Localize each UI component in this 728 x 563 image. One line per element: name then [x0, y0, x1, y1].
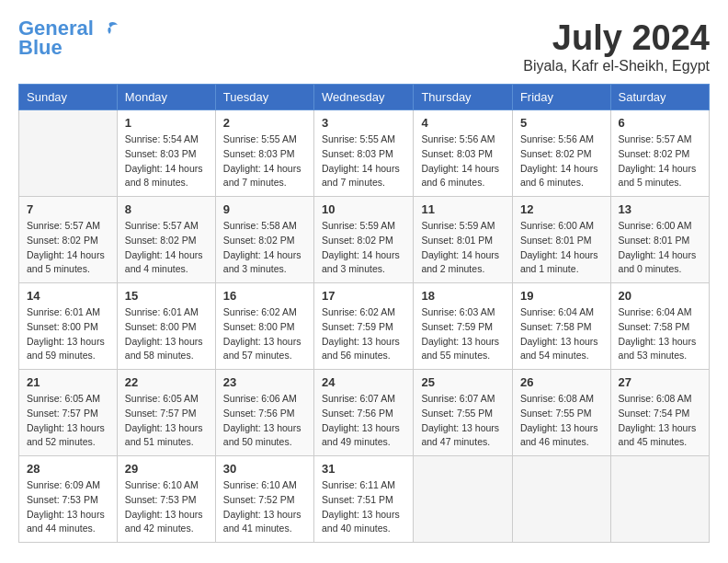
- calendar-cell: 31Sunrise: 6:11 AMSunset: 7:51 PMDayligh…: [314, 456, 414, 543]
- calendar-cell: 26Sunrise: 6:08 AMSunset: 7:55 PMDayligh…: [512, 370, 610, 456]
- logo-bird-icon: [99, 19, 119, 40]
- logo-blue: Blue: [18, 36, 63, 60]
- calendar-cell: [414, 456, 513, 543]
- day-number: 17: [322, 289, 405, 303]
- day-info: Sunrise: 5:54 AMSunset: 8:03 PMDaylight:…: [125, 132, 208, 190]
- day-info: Sunrise: 5:58 AMSunset: 8:02 PMDaylight:…: [223, 219, 306, 277]
- calendar-cell: 23Sunrise: 6:06 AMSunset: 7:56 PMDayligh…: [215, 370, 313, 456]
- day-number: 21: [27, 375, 109, 389]
- day-info: Sunrise: 6:04 AMSunset: 7:58 PMDaylight:…: [619, 305, 701, 363]
- day-info: Sunrise: 6:05 AMSunset: 7:57 PMDaylight:…: [27, 392, 109, 450]
- day-number: 14: [27, 289, 109, 303]
- day-info: Sunrise: 5:55 AMSunset: 8:03 PMDaylight:…: [322, 132, 405, 190]
- calendar-cell: 20Sunrise: 6:04 AMSunset: 7:58 PMDayligh…: [610, 283, 709, 370]
- day-info: Sunrise: 6:05 AMSunset: 7:57 PMDaylight:…: [125, 392, 208, 450]
- day-number: 8: [125, 202, 208, 216]
- calendar-week-row: 28Sunrise: 6:09 AMSunset: 7:53 PMDayligh…: [19, 456, 710, 543]
- day-info: Sunrise: 6:00 AMSunset: 8:01 PMDaylight:…: [619, 219, 701, 277]
- day-info: Sunrise: 5:57 AMSunset: 8:02 PMDaylight:…: [619, 132, 701, 190]
- calendar-cell: 14Sunrise: 6:01 AMSunset: 8:00 PMDayligh…: [19, 283, 118, 370]
- day-number: 22: [125, 375, 208, 389]
- day-info: Sunrise: 6:04 AMSunset: 7:58 PMDaylight:…: [520, 305, 603, 363]
- day-info: Sunrise: 6:09 AMSunset: 7:53 PMDaylight:…: [27, 478, 109, 536]
- day-number: 4: [421, 116, 505, 130]
- weekday-header: Saturday: [610, 85, 709, 110]
- day-number: 30: [223, 462, 306, 476]
- location-subtitle: Biyala, Kafr el-Sheikh, Egypt: [523, 58, 710, 75]
- calendar-cell: [610, 456, 709, 543]
- day-info: Sunrise: 6:08 AMSunset: 7:55 PMDaylight:…: [520, 392, 603, 450]
- day-info: Sunrise: 6:02 AMSunset: 7:59 PMDaylight:…: [322, 305, 405, 363]
- day-info: Sunrise: 6:11 AMSunset: 7:51 PMDaylight:…: [322, 478, 405, 536]
- calendar-cell: 17Sunrise: 6:02 AMSunset: 7:59 PMDayligh…: [314, 283, 414, 370]
- calendar-cell: 27Sunrise: 6:08 AMSunset: 7:54 PMDayligh…: [610, 370, 709, 456]
- day-number: 31: [322, 462, 405, 476]
- calendar-cell: 25Sunrise: 6:07 AMSunset: 7:55 PMDayligh…: [414, 370, 513, 456]
- logo: General Blue: [18, 18, 119, 60]
- day-number: 13: [619, 202, 701, 216]
- calendar-table: SundayMondayTuesdayWednesdayThursdayFrid…: [18, 84, 710, 543]
- day-number: 11: [421, 202, 505, 216]
- day-number: 16: [223, 289, 306, 303]
- day-number: 23: [223, 375, 306, 389]
- calendar-cell: 2Sunrise: 5:55 AMSunset: 8:03 PMDaylight…: [215, 110, 313, 197]
- day-info: Sunrise: 5:59 AMSunset: 8:02 PMDaylight:…: [322, 219, 405, 277]
- calendar-cell: 9Sunrise: 5:58 AMSunset: 8:02 PMDaylight…: [215, 197, 313, 283]
- weekday-header: Friday: [512, 85, 610, 110]
- weekday-header: Monday: [117, 85, 215, 110]
- day-number: 3: [322, 116, 405, 130]
- day-number: 20: [619, 289, 701, 303]
- calendar-cell: 13Sunrise: 6:00 AMSunset: 8:01 PMDayligh…: [610, 197, 709, 283]
- calendar-cell: [512, 456, 610, 543]
- day-info: Sunrise: 5:57 AMSunset: 8:02 PMDaylight:…: [125, 219, 208, 277]
- calendar-week-row: 14Sunrise: 6:01 AMSunset: 8:00 PMDayligh…: [19, 283, 710, 370]
- day-info: Sunrise: 6:06 AMSunset: 7:56 PMDaylight:…: [223, 392, 306, 450]
- weekday-header: Wednesday: [314, 85, 414, 110]
- calendar-cell: 21Sunrise: 6:05 AMSunset: 7:57 PMDayligh…: [19, 370, 118, 456]
- day-number: 10: [322, 202, 405, 216]
- month-title: July 2024: [523, 18, 710, 58]
- calendar-cell: 12Sunrise: 6:00 AMSunset: 8:01 PMDayligh…: [512, 197, 610, 283]
- calendar-week-row: 1Sunrise: 5:54 AMSunset: 8:03 PMDaylight…: [19, 110, 710, 197]
- calendar-cell: [19, 110, 118, 197]
- weekday-header: Tuesday: [215, 85, 313, 110]
- day-info: Sunrise: 6:07 AMSunset: 7:56 PMDaylight:…: [322, 392, 405, 450]
- day-info: Sunrise: 6:07 AMSunset: 7:55 PMDaylight:…: [421, 392, 505, 450]
- calendar-cell: 28Sunrise: 6:09 AMSunset: 7:53 PMDayligh…: [19, 456, 118, 543]
- day-info: Sunrise: 6:01 AMSunset: 8:00 PMDaylight:…: [125, 305, 208, 363]
- calendar-cell: 16Sunrise: 6:02 AMSunset: 8:00 PMDayligh…: [215, 283, 313, 370]
- day-number: 18: [421, 289, 505, 303]
- calendar-cell: 24Sunrise: 6:07 AMSunset: 7:56 PMDayligh…: [314, 370, 414, 456]
- calendar-cell: 7Sunrise: 5:57 AMSunset: 8:02 PMDaylight…: [19, 197, 118, 283]
- day-number: 29: [125, 462, 208, 476]
- day-number: 7: [27, 202, 109, 216]
- calendar-header-row: SundayMondayTuesdayWednesdayThursdayFrid…: [19, 85, 710, 110]
- day-number: 6: [619, 116, 701, 130]
- day-info: Sunrise: 5:56 AMSunset: 8:02 PMDaylight:…: [520, 132, 603, 190]
- calendar-cell: 29Sunrise: 6:10 AMSunset: 7:53 PMDayligh…: [117, 456, 215, 543]
- day-info: Sunrise: 6:10 AMSunset: 7:52 PMDaylight:…: [223, 478, 306, 536]
- calendar-cell: 11Sunrise: 5:59 AMSunset: 8:01 PMDayligh…: [414, 197, 513, 283]
- calendar-cell: 5Sunrise: 5:56 AMSunset: 8:02 PMDaylight…: [512, 110, 610, 197]
- day-number: 2: [223, 116, 306, 130]
- day-info: Sunrise: 6:00 AMSunset: 8:01 PMDaylight:…: [520, 219, 603, 277]
- calendar-cell: 4Sunrise: 5:56 AMSunset: 8:03 PMDaylight…: [414, 110, 513, 197]
- page-header: General Blue July 2024 Biyala, Kafr el-S…: [18, 18, 710, 75]
- calendar-week-row: 21Sunrise: 6:05 AMSunset: 7:57 PMDayligh…: [19, 370, 710, 456]
- day-info: Sunrise: 5:55 AMSunset: 8:03 PMDaylight:…: [223, 132, 306, 190]
- weekday-header: Sunday: [19, 85, 118, 110]
- day-number: 1: [125, 116, 208, 130]
- day-info: Sunrise: 5:57 AMSunset: 8:02 PMDaylight:…: [27, 219, 109, 277]
- calendar-cell: 22Sunrise: 6:05 AMSunset: 7:57 PMDayligh…: [117, 370, 215, 456]
- weekday-header: Thursday: [414, 85, 513, 110]
- title-area: July 2024 Biyala, Kafr el-Sheikh, Egypt: [523, 18, 710, 75]
- day-info: Sunrise: 6:08 AMSunset: 7:54 PMDaylight:…: [619, 392, 701, 450]
- day-number: 24: [322, 375, 405, 389]
- day-info: Sunrise: 5:59 AMSunset: 8:01 PMDaylight:…: [421, 219, 505, 277]
- calendar-cell: 30Sunrise: 6:10 AMSunset: 7:52 PMDayligh…: [215, 456, 313, 543]
- day-number: 26: [520, 375, 603, 389]
- day-number: 15: [125, 289, 208, 303]
- calendar-cell: 6Sunrise: 5:57 AMSunset: 8:02 PMDaylight…: [610, 110, 709, 197]
- day-number: 9: [223, 202, 306, 216]
- calendar-week-row: 7Sunrise: 5:57 AMSunset: 8:02 PMDaylight…: [19, 197, 710, 283]
